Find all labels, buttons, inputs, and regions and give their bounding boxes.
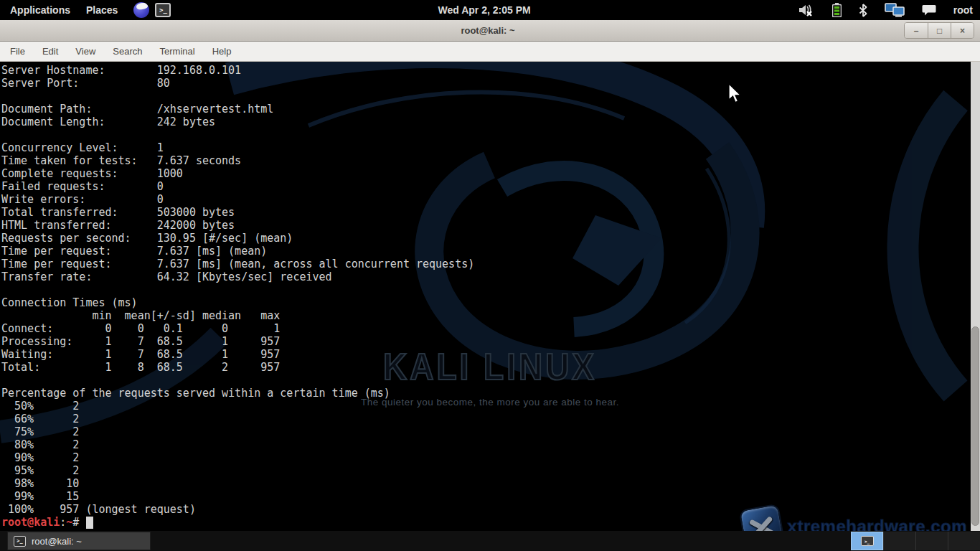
network-icon[interactable] <box>885 3 905 17</box>
taskbar-window-button[interactable]: >_ root@kali: ~ <box>7 532 151 550</box>
clock[interactable]: Wed Apr 2, 2:05 PM <box>171 4 797 16</box>
taskbar-terminal-icon: >_ <box>14 536 26 547</box>
volume-muted-icon[interactable] <box>798 4 815 17</box>
close-button[interactable]: × <box>951 23 974 38</box>
applications-menu[interactable]: Applications <box>6 4 75 16</box>
workspace-switcher: >_ <box>851 532 980 550</box>
menu-view[interactable]: View <box>67 42 104 60</box>
terminal-cursor <box>86 517 93 529</box>
menu-search[interactable]: Search <box>104 42 151 60</box>
terminal-menubar: File Edit View Search Terminal Help <box>0 42 980 62</box>
terminal-launcher-icon[interactable]: >_ <box>155 3 171 17</box>
chat-icon[interactable] <box>922 4 936 17</box>
workspace-terminal-mini-icon: >_ <box>861 536 874 546</box>
bottom-panel: >_ root@kali: ~ >_ <box>0 531 980 551</box>
iceweasel-browser-icon[interactable] <box>133 2 149 18</box>
terminal-window-titlebar[interactable]: root@kali: ~ – □ × <box>0 20 980 42</box>
window-title: root@kali: ~ <box>72 25 904 36</box>
taskbar-window-label: root@kali: ~ <box>32 536 82 547</box>
menu-terminal[interactable]: Terminal <box>151 42 204 60</box>
terminal-scrollbar[interactable] <box>971 62 980 531</box>
battery-icon[interactable] <box>832 3 842 17</box>
places-menu[interactable]: Places <box>82 4 122 16</box>
top-panel: Applications Places >_ Wed Apr 2, 2:05 P… <box>0 0 980 20</box>
menu-help[interactable]: Help <box>204 42 240 60</box>
workspace-4[interactable] <box>948 532 980 550</box>
maximize-button[interactable]: □ <box>928 23 951 38</box>
menu-edit[interactable]: Edit <box>34 42 67 60</box>
shell-prompt: root@kali:~# <box>1 516 93 529</box>
scrollbar-thumb[interactable] <box>971 326 979 526</box>
terminal-output: Server Hostname: 192.168.0.101 Server Po… <box>1 64 474 516</box>
top-panel-left: Applications Places >_ <box>0 2 171 18</box>
workspace-1[interactable]: >_ <box>851 532 883 550</box>
workspace-3[interactable] <box>915 532 948 550</box>
minimize-button[interactable]: – <box>905 23 928 38</box>
user-menu[interactable]: root <box>953 4 973 16</box>
window-controls: – □ × <box>904 22 974 39</box>
workspace-2[interactable] <box>883 532 915 550</box>
menu-file[interactable]: File <box>1 42 34 60</box>
bluetooth-icon[interactable] <box>859 4 867 17</box>
prompt-user-host: root@kali <box>1 516 60 529</box>
desktop: KALI LINUX The quieter you become, the m… <box>0 0 980 551</box>
system-tray: root <box>798 3 980 17</box>
terminal-body[interactable]: Server Hostname: 192.168.0.101 Server Po… <box>0 62 971 531</box>
prompt-cwd: ~ <box>66 516 72 529</box>
mouse-cursor <box>727 83 742 105</box>
